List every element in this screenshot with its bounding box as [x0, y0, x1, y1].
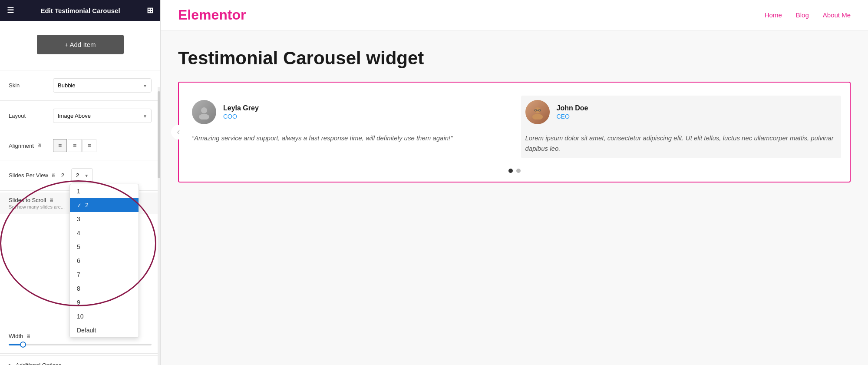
spv-select-wrapper: 2 ▼	[71, 168, 93, 182]
page-content: Testimonial Carousel widget ‹	[161, 30, 868, 365]
testimonial-author-1: Leyla Grey COO	[223, 104, 259, 120]
align-right-button[interactable]: ≡	[83, 139, 96, 152]
scroll-thumb[interactable]	[158, 91, 160, 178]
svg-point-1	[199, 114, 209, 119]
dropdown-option-10[interactable]: 10	[70, 309, 139, 323]
additional-options-toggle[interactable]: ▶ Additional Options	[0, 355, 160, 365]
divider-2	[0, 100, 160, 101]
dropdown-option-8-label: 8	[77, 285, 80, 292]
slides-to-scroll-row: Slides to Scroll 🖥 Set how many slides a…	[0, 192, 160, 214]
width-slider-track	[9, 344, 152, 345]
sts-monitor-icon: 🖥	[49, 197, 54, 203]
author-role-2: CEO	[557, 113, 588, 120]
dropdown-option-1[interactable]: 1	[70, 184, 139, 198]
nav-links: Home Blog About Me	[765, 11, 851, 19]
additional-options-label: Additional Options	[16, 362, 62, 365]
width-monitor-icon: 🖥	[26, 333, 31, 339]
dropdown-option-9-label: 9	[77, 299, 80, 306]
dropdown-option-6-label: 6	[77, 257, 80, 264]
dropdown-option-10-label: 10	[77, 313, 84, 320]
align-left-button[interactable]: ≡	[53, 139, 67, 152]
layout-label: Layout	[9, 113, 48, 119]
testimonial-author-2: John Doe CEO	[557, 104, 588, 120]
carousel-prev-button[interactable]: ‹	[171, 125, 186, 139]
author-role-1: COO	[223, 113, 259, 120]
dropdown-option-3[interactable]: 3	[70, 212, 139, 226]
nav-link-blog[interactable]: Blog	[796, 11, 809, 19]
alignment-setting-row: Alignment 🖥 ≡ ≡ ≡	[0, 133, 160, 158]
hamburger-icon[interactable]: ☰	[7, 6, 14, 15]
site-logo: Elementor	[178, 7, 246, 23]
dropdown-option-7[interactable]: 7	[70, 268, 139, 282]
panel-body: + Add Item Skin Bubble Default ▼ Layout	[0, 21, 160, 365]
scroll-indicator	[158, 87, 160, 365]
add-item-button[interactable]: + Add Item	[37, 35, 124, 54]
skin-label: Skin	[9, 82, 48, 89]
dot-1[interactable]	[508, 169, 513, 173]
dropdown-option-2[interactable]: ✓ 2	[70, 198, 139, 212]
slides-to-scroll-dropdown[interactable]: 1 ✓ 2 3 4 5 6 7	[69, 184, 139, 338]
checkmark-icon: ✓	[77, 202, 82, 209]
testimonial-header-1: Leyla Grey COO	[192, 100, 504, 124]
width-slider-thumb[interactable]	[20, 342, 26, 348]
slides-per-view-value: 2	[61, 172, 64, 179]
skin-select[interactable]: Bubble Default	[53, 78, 152, 93]
dropdown-option-4[interactable]: 4	[70, 226, 139, 240]
alignment-buttons: ≡ ≡ ≡	[53, 139, 96, 152]
avatar-john	[525, 100, 550, 124]
skin-select-wrapper: Bubble Default ▼	[53, 78, 152, 93]
top-nav: Elementor Home Blog About Me	[161, 0, 868, 30]
spv-monitor-icon: 🖥	[51, 173, 56, 179]
triangle-right-icon: ▶	[9, 363, 12, 365]
slides-per-view-label: Slides Per View 🖥	[9, 172, 56, 179]
testimonial-quote-1: “Amazing service and support, always a f…	[192, 133, 504, 143]
author-name-1: Leyla Grey	[223, 104, 259, 112]
dropdown-option-7-label: 7	[77, 271, 80, 278]
dropdown-option-5-label: 5	[77, 243, 80, 250]
divider-6	[0, 353, 160, 354]
dropdown-option-default-label: Default	[77, 327, 96, 334]
carousel-slides: Leyla Grey COO “Amazing service and supp…	[188, 96, 841, 158]
dropdown-option-2-label: 2	[85, 202, 89, 209]
dropdown-option-9[interactable]: 9	[70, 295, 139, 309]
testimonial-header-2: John Doe CEO	[525, 100, 837, 124]
dropdown-option-4-label: 4	[77, 229, 80, 236]
page-title: Testimonial Carousel widget	[178, 48, 851, 69]
spv-select[interactable]: 2	[71, 168, 93, 182]
carousel-widget: ‹ Leyla Grey COO	[178, 82, 851, 182]
divider-3	[0, 131, 160, 131]
testimonial-quote-2: Lorem ipsum dolor sit amet, consectetur …	[525, 133, 837, 154]
svg-point-0	[201, 107, 207, 113]
testimonial-card-1: Leyla Grey COO “Amazing service and supp…	[188, 96, 508, 158]
avatar-leyla	[192, 100, 216, 124]
grid-icon[interactable]: ⊞	[147, 6, 153, 15]
dropdown-option-5[interactable]: 5	[70, 240, 139, 254]
alignment-label: Alignment 🖥	[9, 143, 48, 149]
dropdown-option-6[interactable]: 6	[70, 254, 139, 268]
dropdown-option-3-label: 3	[77, 216, 80, 222]
dot-2[interactable]	[516, 169, 521, 173]
carousel-dots	[188, 169, 841, 173]
panel-title: Edit Testimonial Carousel	[40, 7, 120, 14]
dropdown-option-default[interactable]: Default	[70, 323, 139, 337]
divider-1	[0, 70, 160, 70]
dropdown-option-1-label: 1	[77, 188, 80, 195]
skin-setting-row: Skin Bubble Default ▼	[0, 72, 160, 99]
divider-4	[0, 160, 160, 160]
dropdown-option-8[interactable]: 8	[70, 282, 139, 295]
nav-link-home[interactable]: Home	[765, 11, 782, 19]
left-panel: ☰ Edit Testimonial Carousel ⊞ + Add Item…	[0, 0, 161, 365]
main-content: Elementor Home Blog About Me Testimonial…	[161, 0, 868, 365]
layout-setting-row: Layout Image Above Image Left Image Righ…	[0, 103, 160, 129]
svg-point-3	[532, 114, 543, 119]
layout-select-wrapper: Image Above Image Left Image Right ▼	[53, 109, 152, 123]
layout-select[interactable]: Image Above Image Left Image Right	[53, 109, 152, 123]
author-name-2: John Doe	[557, 104, 588, 112]
slides-to-scroll-label: Slides to Scroll 🖥	[9, 197, 54, 203]
alignment-monitor-icon: 🖥	[36, 143, 42, 149]
nav-link-about[interactable]: About Me	[823, 11, 851, 19]
testimonial-card-2: John Doe CEO Lorem ipsum dolor sit amet,…	[521, 96, 842, 158]
align-center-button[interactable]: ≡	[68, 139, 82, 152]
panel-header: ☰ Edit Testimonial Carousel ⊞	[0, 0, 160, 21]
